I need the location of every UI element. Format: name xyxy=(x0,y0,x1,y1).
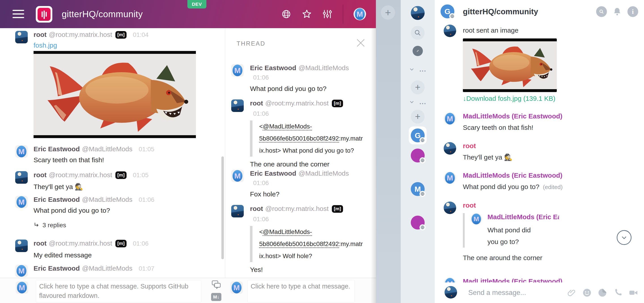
search-button[interactable] xyxy=(411,26,425,40)
thread-chat-input[interactable]: Click here to type a chat message. xyxy=(247,280,355,302)
room-group-header[interactable]: ... xyxy=(409,67,426,72)
author-name[interactable]: MadLittleMods (Eric Eastwood) xyxy=(463,172,562,179)
download-link[interactable]: ↓Download fosh.jpg (139.1 KB) xyxy=(463,95,557,102)
search-icon[interactable] xyxy=(596,6,607,17)
reply-quote[interactable]: M MadLittleMods (Eric Eastwood) What pon… xyxy=(463,213,559,248)
room-title: gitterHQ/community xyxy=(463,0,538,23)
paperclip-icon[interactable] xyxy=(567,288,576,298)
thread-message[interactable]: root@root:my.matrix.host[m] 01:06 <@MadL… xyxy=(231,99,368,169)
room-item-selected[interactable]: G xyxy=(409,126,427,144)
chat-message[interactable]: root They'll get ya 🕵️ xyxy=(444,142,636,162)
thread-message[interactable]: root@root:my.matrix.host[m] 01:06 <@MadL… xyxy=(231,205,368,274)
scrollbar-thumb[interactable] xyxy=(222,156,224,259)
thread-composer: M Click here to type a chat message. xyxy=(226,278,376,303)
author-name[interactable]: Eric Eastwood xyxy=(34,196,80,203)
chat-input[interactable]: Click here to type a chat message. Suppo… xyxy=(36,280,201,302)
matrix-badge: [m] xyxy=(116,171,127,179)
room-item[interactable]: M xyxy=(411,182,425,196)
markdown-icon[interactable]: M↓ xyxy=(211,293,222,301)
close-icon[interactable] xyxy=(355,37,366,48)
gitter-logo[interactable] xyxy=(36,6,52,22)
avatar[interactable] xyxy=(444,202,456,214)
chat-message[interactable]: M MadLittleMods (Eric Eastwood) Scary te… xyxy=(444,112,636,132)
author-name[interactable]: Eric Eastwood xyxy=(34,145,80,153)
attachment-link[interactable]: fosh.jpg xyxy=(34,41,196,49)
phone-icon[interactable] xyxy=(613,288,623,298)
author-name[interactable]: root xyxy=(34,31,46,38)
avatar[interactable]: M xyxy=(444,112,456,125)
room-group-header[interactable]: ... xyxy=(409,99,426,105)
author-name[interactable]: root xyxy=(463,202,559,209)
avatar[interactable]: M xyxy=(15,196,28,208)
author-name[interactable]: root xyxy=(34,171,46,179)
add-space-button[interactable]: + xyxy=(381,5,395,20)
message-text: What pond did you go to? xyxy=(34,206,154,215)
avatar[interactable] xyxy=(15,240,28,252)
emoji-icon[interactable] xyxy=(582,288,592,298)
author-name[interactable]: Eric Eastwood xyxy=(250,170,296,177)
author-name[interactable]: root xyxy=(34,240,46,247)
gitter-message-list[interactable]: root@root:my.matrix.host[m]01:04 fosh.jp… xyxy=(0,28,226,278)
explore-button[interactable] xyxy=(412,46,423,56)
author-name[interactable]: root xyxy=(250,205,263,212)
avatar[interactable]: M xyxy=(444,172,456,184)
message-input[interactable]: Send a message... xyxy=(468,283,526,303)
jump-to-bottom-button[interactable] xyxy=(617,230,632,245)
avatar[interactable] xyxy=(231,99,244,112)
avatar[interactable]: M xyxy=(231,64,244,77)
author-name[interactable]: root xyxy=(463,142,512,150)
bell-icon[interactable] xyxy=(612,6,622,17)
thread-message[interactable]: M Eric Eastwood@MadLittleMods 01:06 Fox … xyxy=(231,170,368,199)
star-icon[interactable] xyxy=(302,9,312,19)
author-name[interactable]: Eric Eastwood xyxy=(250,64,296,71)
image-attachment[interactable] xyxy=(463,38,557,92)
chat-message[interactable]: M MadLittleMods (Eric Eastwood) What pon… xyxy=(444,172,636,192)
chat-switch-icon[interactable] xyxy=(211,280,221,290)
avatar[interactable]: M xyxy=(231,170,244,182)
avatar[interactable] xyxy=(444,142,456,155)
chat-message[interactable]: root@root:my.matrix.host[m]01:06 My edit… xyxy=(15,240,219,260)
matrix-message-list[interactable]: root sent an image xyxy=(435,23,644,283)
chat-message[interactable]: M Eric Eastwood@MadLittleMods01:07 xyxy=(15,265,219,277)
author-name[interactable]: MadLittleMods (Eric Eastwood) xyxy=(463,278,562,283)
chat-message[interactable]: root M MadLittleMods (Eric Eastwood) Wha… xyxy=(444,202,636,262)
avatar[interactable]: M xyxy=(15,145,28,158)
avatar[interactable]: M xyxy=(15,265,28,277)
author-name[interactable]: root xyxy=(250,99,263,107)
chat-message[interactable]: M Eric Eastwood@MadLittleMods01:06 What … xyxy=(15,196,219,229)
thread-replies-link[interactable]: 3 replies xyxy=(34,222,154,229)
add-room-button[interactable]: + xyxy=(411,80,425,94)
filter-sliders-icon[interactable] xyxy=(322,9,332,19)
current-user-avatar[interactable]: M xyxy=(354,8,366,20)
room-item[interactable]: T xyxy=(411,216,425,230)
user-avatar[interactable] xyxy=(411,6,425,20)
info-icon[interactable]: i xyxy=(628,6,638,17)
chat-message[interactable]: root@root:my.matrix.host[m]01:05 They'll… xyxy=(15,171,219,191)
avatar[interactable] xyxy=(15,171,28,184)
add-room-button[interactable]: + xyxy=(411,110,425,124)
thread-message[interactable]: M Eric Eastwood@MadLittleMods 01:06 What… xyxy=(231,64,368,93)
chat-message[interactable]: M Eric Eastwood@MadLittleMods01:05 Scary… xyxy=(15,145,219,164)
hamburger-menu-icon[interactable] xyxy=(12,10,24,18)
avatar[interactable] xyxy=(444,24,456,37)
room-item[interactable]: G xyxy=(411,149,425,162)
matrix-badge: [m] xyxy=(116,240,127,247)
screen: gitterHQ/community DEV xyxy=(0,0,644,303)
chat-message[interactable]: M MadLittleMods (Eric Eastwood) xyxy=(444,278,636,283)
chat-message[interactable]: root sent an image xyxy=(444,24,636,102)
avatar[interactable]: M xyxy=(444,278,456,283)
author-name[interactable]: MadLittleMods (Eric Eastwood) xyxy=(463,112,562,120)
chat-message[interactable]: root@root:my.matrix.host[m]01:04 fosh.jp… xyxy=(15,31,219,138)
video-icon[interactable] xyxy=(628,288,638,298)
avatar[interactable] xyxy=(231,205,244,217)
gitter-app: gitterHQ/community DEV xyxy=(0,0,376,303)
matrix-badge: [m] xyxy=(332,205,343,213)
mention-link[interactable]: @MadLittleMods-5b8066fe6b50016bc08f2492 xyxy=(259,228,339,248)
mention-link[interactable]: @MadLittleMods-5b8066fe6b50016bc08f2492 xyxy=(259,123,339,143)
image-attachment[interactable] xyxy=(34,51,196,138)
avatar[interactable] xyxy=(15,31,28,43)
sticker-icon[interactable] xyxy=(598,288,607,298)
room-avatar[interactable]: G xyxy=(440,4,453,17)
globe-icon[interactable] xyxy=(281,9,291,19)
author-name[interactable]: Eric Eastwood xyxy=(34,265,80,272)
